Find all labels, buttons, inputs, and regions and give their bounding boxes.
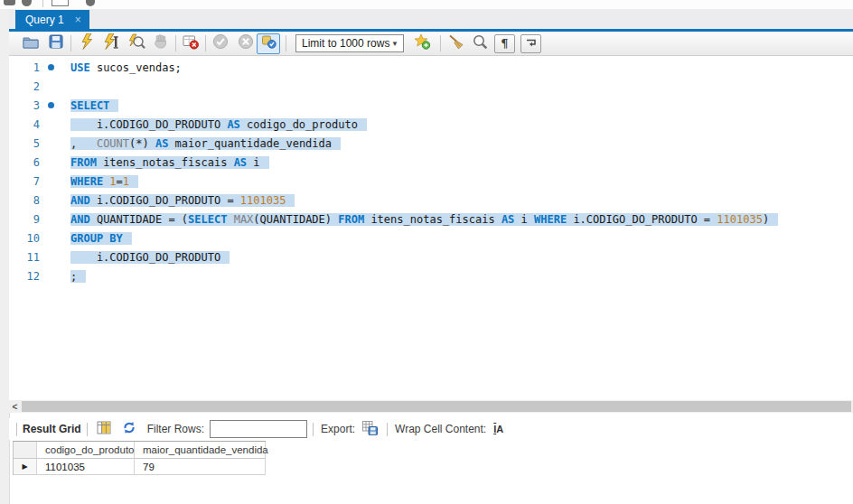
execute-statement-button[interactable] [102, 34, 120, 52]
open-file-button[interactable] [22, 34, 40, 52]
code-text: USE sucos_vendas; [63, 61, 182, 74]
tab-close-icon[interactable]: × [75, 14, 81, 25]
wrap-text-toggle[interactable] [520, 34, 541, 53]
stop-on-error-icon [183, 34, 199, 53]
grid-column-header[interactable]: codigo_do_produto [37, 442, 135, 459]
mysql-workbench-window: Query 1 × [0, 0, 853, 504]
filter-rows-input[interactable] [210, 420, 307, 438]
toolbar-separator [313, 423, 314, 436]
rollback-button[interactable] [237, 34, 255, 52]
save-script-button[interactable] [47, 34, 65, 52]
line-number: 8 [9, 194, 40, 207]
scrollbar-thumb[interactable] [22, 401, 851, 412]
toolbar-separator [16, 423, 17, 436]
refresh-button[interactable] [122, 421, 136, 437]
scroll-left-arrow[interactable]: < [9, 400, 21, 413]
chevron-down-icon: ▼ [391, 40, 403, 48]
code-text: , COUNT(*) AS maior_quantidade_vendida [63, 137, 341, 150]
code-line-7[interactable]: 7WHERE 1=1 [9, 172, 853, 191]
toolbar-separator [286, 35, 286, 51]
export-button[interactable] [362, 421, 378, 438]
pilcrow-icon: ¶ [501, 37, 508, 51]
cropped-icon [52, 0, 69, 6]
broom-icon [447, 33, 464, 53]
result-grid: codigo_do_produtomaior_quantidade_vendid… [13, 441, 266, 475]
code-line-4[interactable]: 4 i.CODIGO_DO_PRODUTO AS codigo_do_produ… [9, 115, 853, 134]
cropped-icon [4, 0, 15, 5]
code-text: SELECT [63, 99, 118, 112]
lightning-bolt-icon [80, 33, 93, 53]
code-text: GROUP BY [63, 232, 132, 245]
editor-horizontal-scrollbar[interactable]: < [9, 400, 853, 413]
star-plus-icon [414, 33, 430, 53]
code-line-6[interactable]: 6FROM itens_notas_fiscais AS i [9, 153, 853, 172]
code-line-5[interactable]: 5, COUNT(*) AS maior_quantidade_vendida [9, 134, 853, 153]
find-panel-button[interactable] [471, 34, 489, 52]
stop-query-button[interactable] [152, 34, 170, 52]
grid-corner-cell[interactable] [14, 442, 37, 459]
cropped-icon [22, 0, 32, 6]
grid-cell[interactable]: 1101035 [37, 459, 135, 475]
toolbar-separator [70, 35, 71, 51]
export-label: Export: [321, 423, 355, 435]
line-number: 5 [9, 137, 40, 150]
cropped-separator [42, 0, 43, 7]
code-line-8[interactable]: 8AND i.CODIGO_DO_PRODUTO = 1101035 [9, 191, 853, 210]
autocommit-toggle[interactable] [257, 33, 280, 54]
beautify-script-button[interactable] [446, 34, 464, 52]
code-line-1[interactable]: 1USE sucos_vendas; [9, 58, 853, 77]
code-line-9[interactable]: 9AND QUANTIDADE = (SELECT MAX(QUANTIDADE… [9, 210, 853, 229]
grid-row[interactable]: ▶110103579 [14, 459, 266, 475]
row-marker-cell[interactable]: ▶ [14, 459, 37, 475]
code-text: AND QUANTIDADE = (SELECT MAX(QUANTIDADE)… [63, 213, 778, 226]
save-snippet-button[interactable] [413, 34, 431, 52]
code-text: FROM itens_notas_fiscais AS i [63, 156, 269, 169]
grid-body: ▶110103579 [14, 459, 266, 475]
line-number: 10 [9, 232, 40, 245]
sql-editor-toolbar: Limit to 1000 rows ▼ ¶ [9, 32, 853, 56]
grid-header-row: codigo_do_produtomaior_quantidade_vendid… [14, 442, 266, 459]
limit-rows-value: Limit to 1000 rows [302, 37, 389, 50]
sql-editor[interactable]: 1USE sucos_vendas;23SELECT4 i.CODIGO_DO_… [9, 56, 853, 400]
code-line-11[interactable]: 11 i.CODIGO_DO_PRODUTO [9, 247, 853, 266]
grid-cell[interactable]: 79 [135, 459, 266, 475]
stop-on-error-toggle[interactable] [182, 34, 200, 52]
line-number: 6 [9, 156, 40, 169]
wrap-cell-content-toggle[interactable]: IA [493, 424, 503, 434]
wrap-text-icon [525, 35, 538, 51]
limit-rows-dropdown[interactable]: Limit to 1000 rows ▼ [295, 34, 404, 52]
lightning-bolt-cursor-icon [104, 33, 119, 53]
code-line-10[interactable]: 10GROUP BY [9, 229, 853, 247]
magnifier-bolt-icon [128, 33, 145, 53]
cropped-icon [86, 0, 95, 6]
line-number: 4 [9, 118, 40, 131]
grid-column-header[interactable]: maior_quantidade_vendida [135, 442, 266, 459]
code-text: ; [63, 270, 86, 283]
grid-view-button[interactable] [97, 421, 111, 437]
commit-check-icon [212, 33, 229, 53]
explain-plan-button[interactable] [127, 34, 145, 52]
code-text: AND i.CODIGO_DO_PRODUTO = 1101035 [63, 194, 295, 207]
query-tab-bar: Query 1 × [9, 9, 853, 32]
wrap-cell-icon-letter: A [496, 424, 503, 434]
code-line-2[interactable]: 2 [9, 77, 853, 96]
tab-query-1[interactable]: Query 1 × [15, 10, 89, 30]
toolbar-separator [440, 35, 441, 51]
export-grid-save-icon [362, 421, 378, 438]
commit-button[interactable] [211, 34, 230, 52]
code-line-12[interactable]: 12; [9, 266, 853, 285]
result-grid-toolbar: Result Grid Filter Rows: Export: Wrap Ce… [9, 418, 853, 440]
result-grid-title: Result Grid [23, 423, 81, 435]
code-text: i.CODIGO_DO_PRODUTO AS codigo_do_produto [63, 118, 367, 131]
show-invisibles-toggle[interactable]: ¶ [494, 34, 515, 53]
execute-script-button[interactable] [77, 34, 95, 52]
tab-title: Query 1 [25, 14, 64, 26]
refresh-icon [122, 421, 136, 437]
code-line-3[interactable]: 3SELECT [9, 96, 853, 115]
folder-icon [23, 35, 39, 52]
wrap-cell-content-label: Wrap Cell Content: [395, 423, 486, 435]
toolbar-separator [205, 35, 206, 51]
line-number: 7 [9, 175, 40, 188]
toolbar-separator [387, 423, 388, 436]
toolbar-separator [87, 423, 88, 436]
